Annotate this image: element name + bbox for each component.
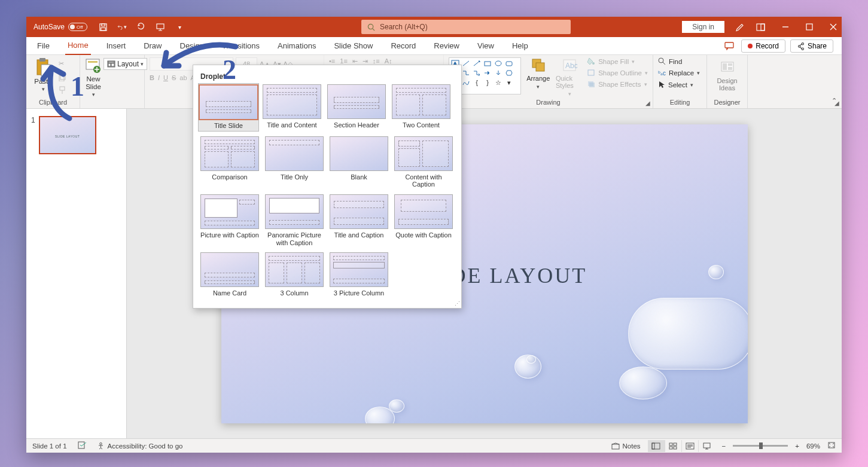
fit-to-window-button[interactable] [827, 441, 836, 450]
layout-item-title-only[interactable]: Title Only [264, 136, 325, 188]
tab-insert[interactable]: Insert [104, 38, 129, 54]
autosave-control[interactable]: AutoSave Off [30, 23, 91, 31]
new-slide-button[interactable]: New Slide ▾ [85, 57, 102, 98]
select-button[interactable]: Select ▾ [658, 81, 700, 88]
tab-home[interactable]: Home [65, 37, 91, 55]
dropdown-resize-grip[interactable]: ⋰ [455, 301, 460, 307]
zoom-slider[interactable] [733, 445, 788, 447]
tab-help[interactable]: Help [510, 38, 531, 54]
tab-animations[interactable]: Animations [275, 38, 318, 54]
cut-icon[interactable]: ✂ [59, 60, 68, 69]
layout-item-content-with-caption[interactable]: Content with Caption [393, 136, 454, 188]
format-painter-icon[interactable] [59, 86, 68, 96]
slide-thumbnail-panel[interactable]: 1 SLIDE LAYOUT [26, 109, 127, 438]
tab-file[interactable]: File [35, 38, 52, 54]
share-button[interactable]: Share [790, 39, 833, 53]
tab-draw[interactable]: Draw [141, 38, 164, 54]
layout-item-comparison[interactable]: Comparison [199, 136, 260, 188]
zoom-in-button[interactable]: + [795, 442, 799, 450]
comments-button[interactable] [722, 39, 736, 53]
shape-oval-icon[interactable] [494, 59, 503, 68]
slide-counter[interactable]: Slide 1 of 1 [32, 442, 67, 450]
autosave-toggle[interactable]: Off [68, 23, 87, 31]
record-button[interactable]: Record [741, 39, 785, 53]
shape-rect-icon[interactable] [483, 59, 492, 68]
underline-button[interactable]: U [163, 74, 168, 83]
redo-icon[interactable] [136, 22, 146, 32]
shapes-more-icon[interactable]: ▾ [504, 78, 514, 87]
qat-customize-icon[interactable]: ▾ [175, 22, 184, 32]
layout-item-3-picture-column[interactable]: 3 Picture Column [328, 252, 389, 297]
tab-transitions[interactable]: Transitions [220, 38, 262, 54]
ribbon-display-icon[interactable] [756, 22, 765, 32]
shape-brace-right-icon[interactable]: } [483, 78, 492, 87]
shape-effects-button[interactable]: Shape Effects ▾ [587, 80, 648, 88]
shape-elbow-arrow-icon[interactable] [472, 69, 482, 77]
shape-arrow-down-icon[interactable] [494, 69, 503, 77]
tab-view[interactable]: View [475, 38, 497, 54]
accessibility-status[interactable]: Accessibility: Good to go [97, 442, 183, 450]
find-button[interactable]: Find [658, 57, 700, 65]
spell-check-icon[interactable] [78, 441, 86, 450]
paste-button[interactable]: Paste ▾ [31, 57, 55, 92]
reading-view-button[interactable] [681, 440, 698, 452]
from-beginning-icon[interactable] [156, 22, 165, 32]
shadow-button[interactable]: ab [179, 74, 187, 83]
tab-record[interactable]: Record [388, 38, 418, 54]
undo-icon[interactable]: ▾ [117, 22, 127, 32]
coming-soon-icon[interactable] [735, 22, 745, 32]
shape-star-icon[interactable]: ☆ [494, 78, 503, 87]
italic-button[interactable]: I [158, 74, 160, 83]
layout-item-title-slide[interactable]: Title Slide [198, 83, 259, 132]
collapse-ribbon-icon[interactable]: ⌃ [832, 97, 837, 105]
normal-view-button[interactable] [648, 440, 665, 452]
slide-thumbnail-1[interactable]: 1 SLIDE LAYOUT [31, 116, 121, 154]
zoom-level[interactable]: 69% [806, 442, 820, 450]
arrange-button[interactable]: Arrange▾ [525, 57, 552, 90]
slideshow-view-button[interactable] [698, 440, 715, 452]
layout-item-title-and-caption[interactable]: Title and Caption [328, 194, 389, 246]
record-dot-icon [748, 44, 753, 48]
copy-icon[interactable] [59, 73, 68, 83]
layout-item-two-content[interactable]: Two Content [391, 84, 452, 130]
quick-styles-button[interactable]: Abc Quick Styles▾ [556, 57, 583, 97]
shape-brace-left-icon[interactable]: { [472, 78, 482, 87]
layout-button[interactable]: Layout ▾ [104, 59, 147, 69]
shape-freeform-icon[interactable] [461, 78, 471, 87]
save-icon[interactable] [98, 22, 108, 32]
shape-arrow-right-icon[interactable] [483, 69, 492, 77]
tab-slideshow[interactable]: Slide Show [331, 38, 375, 54]
notes-button[interactable]: Notes [611, 442, 640, 450]
layout-item-picture-with-caption[interactable]: Picture with Caption [199, 194, 260, 246]
accessibility-icon [97, 442, 105, 450]
sorter-view-button[interactable] [665, 440, 681, 452]
strike-button[interactable]: S [172, 74, 176, 83]
sign-in-button[interactable]: Sign in [682, 21, 724, 33]
layout-item-name-card[interactable]: Name Card [199, 252, 260, 297]
layout-item-title-and-content[interactable]: Title and Content [261, 84, 322, 130]
shape-roundrect-icon[interactable] [504, 59, 514, 68]
bold-button[interactable]: B [150, 74, 154, 83]
layout-item-panoramic-picture[interactable]: Panoramic Picture with Caption [264, 194, 325, 246]
layout-item-blank[interactable]: Blank [328, 136, 389, 188]
shape-elbow-connector-icon[interactable] [461, 69, 471, 77]
layout-item-3-column[interactable]: 3 Column [264, 252, 325, 297]
layout-item-section-header[interactable]: Section Header [326, 84, 387, 130]
drawing-dialog-launcher[interactable]: ◢ [645, 100, 650, 106]
maximize-button[interactable] [805, 22, 814, 32]
shape-line-icon[interactable] [461, 59, 471, 68]
shape-hexagon-icon[interactable] [504, 69, 514, 77]
design-ideas-button[interactable]: Design Ideas [712, 57, 742, 91]
layout-item-quote-with-caption[interactable]: Quote with Caption [393, 194, 454, 246]
shape-line-arrow-icon[interactable] [472, 59, 482, 68]
minimize-button[interactable] [781, 22, 790, 32]
close-button[interactable] [829, 22, 838, 32]
tab-review[interactable]: Review [431, 38, 462, 54]
shape-fill-button[interactable]: Shape Fill ▾ [587, 57, 648, 65]
shape-outline-button[interactable]: Shape Outline ▾ [587, 69, 648, 77]
replace-button[interactable]: ᵇₐcReplace ▾ [658, 69, 700, 77]
autosave-label: AutoSave [33, 23, 65, 31]
search-box[interactable]: Search (Alt+Q) [361, 20, 571, 34]
zoom-out-button[interactable]: − [722, 442, 726, 450]
tab-design[interactable]: Design [178, 38, 206, 54]
